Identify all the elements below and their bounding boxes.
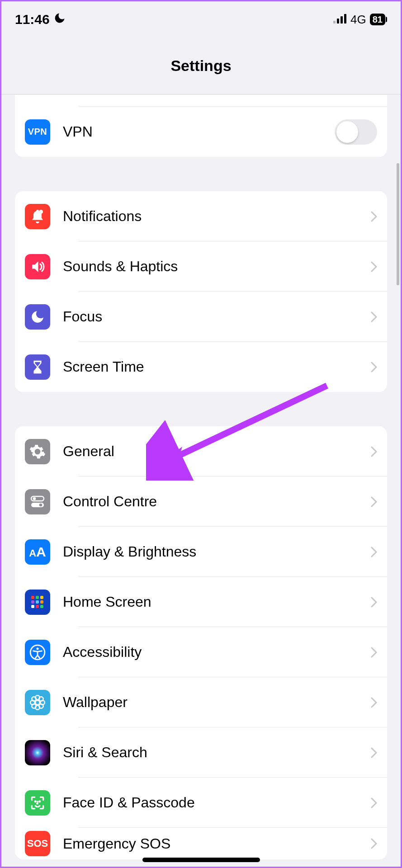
- row-wallpaper[interactable]: Wallpaper: [15, 677, 387, 727]
- row-label: Control Centre: [63, 493, 371, 510]
- vpn-icon: VPN: [25, 119, 50, 145]
- svg-rect-10: [36, 596, 39, 599]
- row-label: Home Screen: [63, 594, 371, 610]
- row-label: General: [63, 443, 371, 460]
- settings-group-attention: Notifications Sounds & Haptics Focus Scr…: [15, 191, 387, 392]
- settings-content[interactable]: VPN VPN Notifications Sounds & Haptics F…: [1, 95, 401, 867]
- row-siri[interactable]: Siri & Search: [15, 727, 387, 778]
- chevron-right-icon: [371, 211, 377, 222]
- row-sounds[interactable]: Sounds & Haptics: [15, 241, 387, 292]
- row-faceid[interactable]: Face ID & Passcode: [15, 778, 387, 828]
- settings-group-device: General Control Centre AA Display & Brig…: [15, 426, 387, 859]
- chevron-right-icon: [371, 797, 377, 808]
- row-label: Notifications: [63, 208, 371, 225]
- svg-rect-17: [40, 605, 43, 608]
- row-general[interactable]: General: [15, 426, 387, 476]
- row-accessibility[interactable]: Accessibility: [15, 627, 387, 677]
- row-focus[interactable]: Focus: [15, 292, 387, 342]
- chevron-right-icon: [371, 597, 377, 608]
- row-label: VPN: [63, 123, 335, 140]
- moon-icon: [25, 304, 50, 330]
- row-label: Wallpaper: [63, 694, 371, 711]
- svg-rect-16: [36, 605, 39, 608]
- bell-icon: [25, 204, 50, 229]
- cellular-signal-icon: [333, 14, 347, 25]
- battery-icon: 81: [370, 14, 387, 25]
- svg-point-30: [39, 801, 40, 802]
- chevron-right-icon: [371, 446, 377, 457]
- scroll-indicator: [397, 163, 399, 285]
- svg-rect-1: [337, 19, 339, 24]
- home-indicator[interactable]: [142, 858, 260, 862]
- hourglass-icon: [25, 354, 50, 380]
- svg-point-8: [39, 503, 43, 506]
- row-controlcentre[interactable]: Control Centre: [15, 476, 387, 527]
- dnd-moon-icon: [53, 12, 66, 28]
- svg-rect-2: [341, 16, 343, 24]
- chevron-right-icon: [371, 496, 377, 507]
- svg-point-6: [33, 497, 36, 500]
- svg-rect-13: [36, 600, 39, 604]
- svg-point-4: [39, 210, 43, 214]
- row-label: Face ID & Passcode: [63, 794, 371, 811]
- chevron-right-icon: [371, 311, 377, 322]
- chevron-right-icon: [371, 838, 377, 849]
- svg-rect-15: [31, 605, 34, 608]
- speaker-icon: [25, 254, 50, 279]
- flower-icon: [25, 690, 50, 715]
- row-label: Sounds & Haptics: [63, 258, 371, 275]
- chevron-right-icon: [371, 747, 377, 758]
- status-left: 11:46: [15, 12, 66, 28]
- chevron-right-icon: [371, 647, 377, 658]
- chevron-right-icon: [371, 547, 377, 557]
- row-label: Emergency SOS: [63, 835, 371, 852]
- svg-rect-3: [344, 14, 346, 24]
- toggle-knob: [336, 121, 358, 143]
- settings-group-vpn: VPN VPN: [15, 95, 387, 157]
- svg-point-20: [35, 700, 40, 705]
- svg-rect-12: [31, 600, 34, 604]
- row-label: Focus: [63, 308, 371, 325]
- row-notifications[interactable]: Notifications: [15, 191, 387, 241]
- accessibility-icon: [25, 640, 50, 665]
- vpn-toggle[interactable]: [335, 119, 377, 145]
- sos-icon: SOS: [25, 831, 50, 856]
- page-title: Settings: [170, 57, 231, 75]
- row-screentime[interactable]: Screen Time: [15, 342, 387, 392]
- status-bar: 11:46 4G 81: [1, 1, 401, 38]
- row-homescreen[interactable]: Home Screen: [15, 577, 387, 627]
- home-grid-icon: [25, 590, 50, 615]
- network-type: 4G: [350, 13, 366, 27]
- svg-point-19: [36, 647, 38, 650]
- row-vpn[interactable]: VPN VPN: [15, 107, 387, 157]
- row-label: Display & Brightness: [63, 543, 371, 560]
- partial-row-above: [78, 95, 387, 107]
- chevron-right-icon: [371, 261, 377, 272]
- svg-rect-0: [333, 21, 336, 24]
- gear-icon: [25, 439, 50, 464]
- status-time: 11:46: [15, 12, 50, 27]
- svg-point-29: [35, 801, 36, 802]
- row-display[interactable]: AA Display & Brightness: [15, 527, 387, 577]
- svg-rect-14: [40, 600, 43, 604]
- svg-rect-9: [31, 596, 34, 599]
- row-label: Siri & Search: [63, 744, 371, 761]
- row-label: Accessibility: [63, 644, 371, 660]
- siri-icon: [25, 740, 50, 765]
- chevron-right-icon: [371, 697, 377, 708]
- nav-header: Settings: [1, 38, 401, 94]
- switches-icon: [25, 489, 50, 514]
- chevron-right-icon: [371, 362, 377, 373]
- text-size-icon: AA: [25, 539, 50, 565]
- status-right: 4G 81: [333, 13, 387, 27]
- svg-rect-11: [40, 596, 43, 599]
- row-sos[interactable]: SOS Emergency SOS: [15, 828, 387, 859]
- row-label: Screen Time: [63, 359, 371, 375]
- faceid-icon: [25, 790, 50, 816]
